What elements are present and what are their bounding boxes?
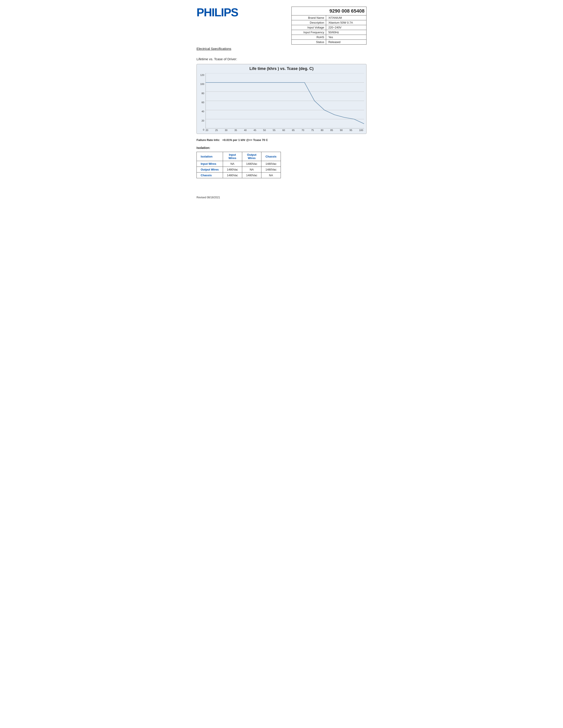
product-table-label: Input Frequency	[292, 30, 326, 35]
x-axis-label: 90	[340, 129, 343, 131]
isolation-cell: 1480Vac	[242, 161, 261, 167]
isolation-col-header: Output Wires	[242, 152, 261, 161]
x-axis-label: 80	[321, 129, 324, 131]
product-table-label: Input Voltage	[292, 25, 326, 30]
x-axis-label: 40	[244, 129, 246, 131]
x-axis-label: 45	[253, 129, 256, 131]
product-table-value: XITANIUM	[326, 15, 367, 20]
chart-svg	[205, 73, 364, 128]
isolation-section-label: Isolation:	[196, 146, 367, 150]
failure-rate-label: Failure Rate Info:	[196, 138, 220, 142]
x-axis-label: 20	[205, 129, 208, 131]
page-header: PHILIPS 9290 008 65408 Brand NameXITANIU…	[196, 7, 367, 45]
isolation-section: Isolation: IsolationInput WiresOutput Wi…	[196, 146, 367, 178]
product-table: 9290 008 65408 Brand NameXITANIUMDescrip…	[292, 7, 367, 45]
chart-container: Life time (khrs ) vs. Tcase (deg. C) 020…	[196, 64, 367, 134]
y-axis-label: 20	[201, 119, 204, 122]
x-axis-label: 25	[215, 129, 218, 131]
y-axis-label: 60	[201, 101, 204, 104]
isolation-cell: 1480Vac	[223, 173, 242, 178]
y-axis: 020406080100120	[199, 73, 205, 131]
isolation-col-header: Chassis	[261, 152, 280, 161]
chart-title: Life time (khrs ) vs. Tcase (deg. C)	[199, 66, 364, 71]
product-number: 9290 008 65408	[292, 7, 367, 15]
isolation-row-label: Output Wires	[197, 167, 223, 173]
product-table-value: Released	[326, 40, 367, 45]
footer: Revised 08/18/2021	[196, 196, 367, 199]
isolation-table: IsolationInput WiresOutput WiresChassisI…	[196, 152, 281, 178]
isolation-row-label: Chassis	[197, 173, 223, 178]
isolation-col-header: Isolation	[197, 152, 223, 161]
x-axis-label: 55	[273, 129, 275, 131]
isolation-cell: NA	[242, 167, 261, 173]
isolation-col-header: Input Wires	[223, 152, 242, 161]
electrical-specifications-section: Electrical Specifications	[196, 47, 367, 51]
x-axis-label: 95	[350, 129, 352, 131]
product-table-value: 220~240V	[326, 25, 367, 30]
x-axis-label: 35	[234, 129, 237, 131]
philips-logo: PHILIPS	[196, 7, 238, 18]
product-table-value: Yes	[326, 35, 367, 40]
x-axis-label: 50	[263, 129, 266, 131]
product-table-value: 50/60Hz	[326, 30, 367, 35]
failure-rate-section: Failure Rate Info: <0.01% per 1 kHr @<= …	[196, 138, 367, 142]
product-table-label: RoHS	[292, 35, 326, 40]
x-axis-label: 30	[225, 129, 227, 131]
isolation-row-label: Input Wires	[197, 161, 223, 167]
x-axis-label: 60	[283, 129, 285, 131]
chart-inner: 20253035404550556065707580859095100	[205, 73, 364, 131]
x-axis-label: 85	[330, 129, 333, 131]
y-axis-label: 100	[200, 83, 204, 85]
x-axis-label: 100	[359, 129, 363, 131]
product-table-label: Status	[292, 40, 326, 45]
isolation-cell: 1480Vac	[261, 161, 280, 167]
product-table-value: Xitanium 50W 0.7A	[326, 20, 367, 25]
y-axis-label: 120	[200, 74, 204, 76]
y-axis-label: 0	[203, 128, 204, 131]
x-axis-label: 65	[292, 129, 295, 131]
product-table-label: Description	[292, 20, 326, 25]
isolation-cell: NA	[261, 173, 280, 178]
lifetime-label: Lifetime vs. Tcase of Driver:	[196, 57, 367, 61]
x-axis-label: 70	[302, 129, 304, 131]
isolation-cell: NA	[223, 161, 242, 167]
x-axis: 20253035404550556065707580859095100	[205, 129, 364, 131]
revised-date: Revised 08/18/2021	[196, 196, 220, 199]
isolation-cell: 1480Vac	[223, 167, 242, 173]
y-axis-label: 40	[201, 110, 204, 113]
product-table-label: Brand Name	[292, 15, 326, 20]
failure-rate-value: <0.01% per 1 kHr @<= Tcase 70 C	[222, 138, 268, 142]
isolation-cell: 1480Vac	[261, 167, 280, 173]
y-axis-label: 80	[201, 92, 204, 95]
x-axis-label: 75	[311, 129, 314, 131]
electrical-specifications-title: Electrical Specifications	[196, 47, 231, 51]
isolation-cell: 1480Vac	[242, 173, 261, 178]
chart-area: 020406080100120	[199, 73, 364, 131]
lifetime-section: Lifetime vs. Tcase of Driver: Life time …	[196, 57, 367, 134]
